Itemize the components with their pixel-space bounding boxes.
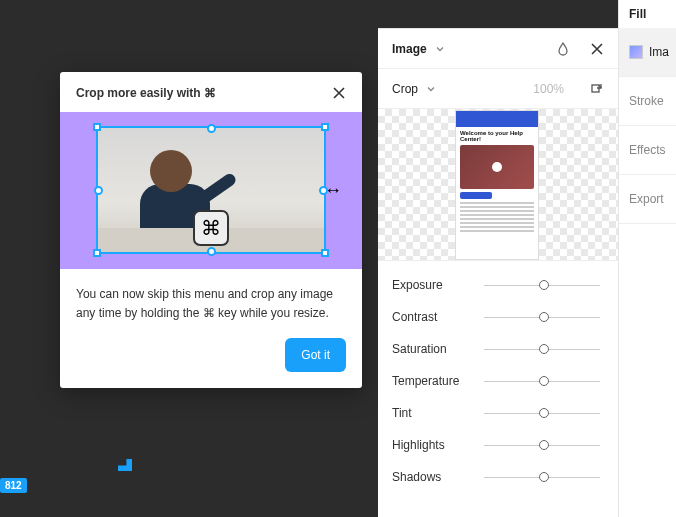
saturation-slider[interactable] [484, 339, 604, 359]
tooltip-body-text: You can now skip this menu and crop any … [76, 285, 346, 322]
image-adjustments: ExposureContrastSaturationTemperatureTin… [378, 261, 618, 501]
selection-indicator-icon [118, 459, 132, 471]
image-thumbnail: Welcome to your Help Center! [456, 111, 538, 259]
thumbnail-title: Welcome to your Help Center! [456, 127, 538, 145]
image-preview-area[interactable]: Welcome to your Help Center! [378, 109, 618, 261]
adjust-row-saturation: Saturation [378, 333, 618, 365]
close-icon[interactable] [590, 42, 604, 56]
image-settings-panel: Image Crop 100% Welcome to your Help Cen… [378, 28, 618, 517]
adjust-row-shadows: Shadows [378, 461, 618, 493]
chevron-down-icon[interactable] [426, 84, 436, 94]
properties-sidebar: Fill Ima StrokeEffectsExport [618, 0, 676, 517]
sidebar-item-stroke[interactable]: Stroke [619, 77, 676, 126]
close-icon[interactable] [332, 86, 346, 100]
tooltip-header: Crop more easily with ⌘ [60, 72, 362, 112]
sidebar-fill-image[interactable]: Ima [619, 28, 676, 77]
adjust-row-highlights: Highlights [378, 429, 618, 461]
blend-mode-icon[interactable] [556, 42, 570, 56]
rotate-icon[interactable] [590, 82, 604, 96]
crop-mode-label[interactable]: Crop [392, 82, 418, 96]
adjust-label: Shadows [392, 470, 484, 484]
sidebar-item-export[interactable]: Export [619, 175, 676, 224]
adjust-row-contrast: Contrast [378, 301, 618, 333]
command-key-icon: ⌘ [193, 210, 229, 246]
adjust-row-exposure: Exposure [378, 269, 618, 301]
adjust-label: Temperature [392, 374, 484, 388]
slider-knob[interactable] [539, 280, 549, 290]
exposure-slider[interactable] [484, 275, 604, 295]
slider-knob[interactable] [539, 472, 549, 482]
adjust-row-tint: Tint [378, 397, 618, 429]
adjust-row-temperature: Temperature [378, 365, 618, 397]
scale-percent[interactable]: 100% [533, 82, 564, 96]
slider-knob[interactable] [539, 376, 549, 386]
resize-arrow-icon: ↔ [324, 180, 342, 201]
crop-tooltip-card: Crop more easily with ⌘ ⌘ ↔ You can now … [60, 72, 362, 388]
highlights-slider[interactable] [484, 435, 604, 455]
slider-knob[interactable] [539, 408, 549, 418]
sidebar-item-effects[interactable]: Effects [619, 126, 676, 175]
slider-knob[interactable] [539, 344, 549, 354]
image-header-label[interactable]: Image [392, 42, 427, 56]
tint-slider[interactable] [484, 403, 604, 423]
sidebar-section-fill[interactable]: Fill [619, 0, 676, 28]
slider-knob[interactable] [539, 312, 549, 322]
tooltip-hero-image: ⌘ ↔ [60, 112, 362, 269]
tooltip-title: Crop more easily with ⌘ [76, 86, 216, 100]
image-panel-header: Image [378, 29, 618, 69]
chevron-down-icon[interactable] [435, 44, 445, 54]
adjust-label: Tint [392, 406, 484, 420]
temperature-slider[interactable] [484, 371, 604, 391]
fill-swatch-icon [629, 45, 643, 59]
dimension-badge: 812 [0, 478, 27, 493]
shadows-slider[interactable] [484, 467, 604, 487]
crop-mode-row: Crop 100% [378, 69, 618, 109]
contrast-slider[interactable] [484, 307, 604, 327]
adjust-label: Saturation [392, 342, 484, 356]
got-it-button[interactable]: Got it [285, 338, 346, 372]
adjust-label: Exposure [392, 278, 484, 292]
slider-knob[interactable] [539, 440, 549, 450]
adjust-label: Contrast [392, 310, 484, 324]
hero-selection-frame: ⌘ ↔ [96, 126, 326, 254]
fill-type-label: Ima [649, 45, 669, 59]
adjust-label: Highlights [392, 438, 484, 452]
